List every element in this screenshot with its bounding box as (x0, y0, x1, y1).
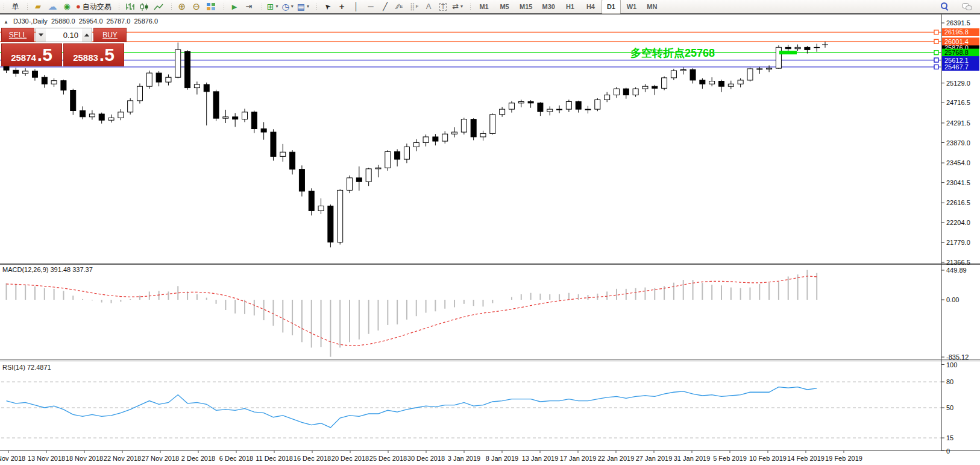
zoom-in-icon[interactable]: ⊕ (175, 1, 189, 12)
auto-trading-button[interactable]: ●自动交易 (74, 1, 113, 12)
volume-input[interactable] (46, 28, 82, 42)
tile-windows-icon[interactable] (204, 1, 218, 12)
add-indicator-icon-glyph: ⊞ (267, 1, 274, 12)
text-icon[interactable]: A (421, 1, 436, 12)
timeframe-m1-label: M1 (479, 1, 488, 12)
line-endpoint-marker[interactable] (934, 51, 938, 55)
collapse-panel-arrow-icon[interactable]: ▲ (4, 19, 8, 25)
bull-candle (242, 112, 248, 119)
fibonacci-icon[interactable]: ⣿F (407, 1, 421, 12)
chat-icon[interactable] (960, 1, 974, 12)
macd-indicator-label: MACD(12,26,9) 391.48 337.37 (2, 266, 93, 273)
sell-button[interactable]: SELL (1, 28, 34, 42)
new-order-button[interactable]: 单 (7, 1, 22, 12)
low-value: 25787.0 (107, 17, 131, 25)
timeframe-m1[interactable]: M1 (474, 0, 494, 14)
bear-candle (538, 103, 543, 112)
chart-shift-icon[interactable]: ⇥ (242, 1, 256, 12)
timeframe-h1[interactable]: H1 (561, 0, 580, 14)
timeframe-group: M1M5M15M30H1H4D1W1MN (466, 0, 664, 13)
buy-price[interactable]: 25883 .5 (63, 43, 124, 66)
timeframe-h4[interactable]: H4 (581, 0, 600, 14)
toolbar-right-group (938, 1, 980, 12)
buy-button[interactable]: BUY (93, 28, 127, 42)
text-label-icon[interactable]: T (436, 1, 450, 12)
toolbar-drag-handle[interactable] (469, 2, 472, 11)
market-cloud-icon[interactable]: ☁ (45, 1, 60, 12)
bull-candle (338, 190, 343, 242)
trendline-icon[interactable]: ╱ (378, 1, 392, 12)
trendline-icon-glyph: ╱ (383, 1, 388, 12)
timeframe-mn[interactable]: MN (642, 0, 662, 14)
price-axis-label: 22204.0 (946, 219, 970, 226)
date-label: 13 Nov 2018 (28, 455, 65, 462)
rsi-axis-label: 80 (946, 378, 953, 385)
timeframe-m30-label: M30 (542, 1, 555, 12)
date-label: 16 Dec 2018 (294, 455, 331, 462)
cursor-icon[interactable]: ➤ (320, 1, 335, 12)
equidistant-channel-icon[interactable]: ∕∕E (392, 1, 407, 12)
price-badge-label: 25768.8 (944, 49, 969, 56)
auto-scroll-icon[interactable]: ▶ (227, 1, 242, 12)
dropdown-caret-icon[interactable]: ▾ (276, 1, 278, 12)
dropdown-caret-icon[interactable]: ▾ (307, 1, 309, 12)
period-icon[interactable]: ◷▾ (280, 1, 295, 12)
date-label: 22 Jan 2019 (598, 455, 635, 462)
zoom-out-icon[interactable]: ⊖ (189, 1, 204, 12)
line-endpoint-marker[interactable] (934, 58, 938, 62)
dropdown-caret-icon[interactable]: ▾ (291, 1, 294, 12)
line-endpoint-marker[interactable] (934, 65, 938, 69)
close-value: 25876.0 (134, 17, 158, 25)
price-axis-label: 24291.5 (946, 119, 970, 127)
template-icon-glyph: ▤ (297, 1, 305, 12)
bear-candle (32, 71, 37, 77)
toolbar-drag-handle[interactable] (222, 2, 225, 11)
add-indicator-icon[interactable]: ⊞▾ (265, 1, 280, 12)
chart-type-group (115, 0, 168, 13)
sell-price[interactable]: 25874 .5 (1, 43, 62, 66)
bar-chart-icon[interactable] (122, 1, 137, 12)
candlestick-chart-icon[interactable] (137, 1, 151, 12)
dropdown-caret-icon[interactable]: ▾ (460, 1, 463, 12)
arrows-icon-glyph: ⇄ (452, 1, 459, 12)
volume-increase-button[interactable] (82, 28, 92, 42)
timeframe-m15[interactable]: M15 (515, 0, 536, 14)
crosshair-icon[interactable]: + (335, 1, 349, 12)
bear-candle (290, 152, 295, 169)
search-icon[interactable] (938, 1, 952, 12)
bull-candle (404, 147, 409, 160)
line-endpoint-marker[interactable] (934, 30, 938, 34)
timeframe-d1[interactable]: D1 (602, 0, 621, 14)
toolbar-drag-handle[interactable] (260, 2, 263, 11)
timeframe-w1-label: W1 (627, 1, 637, 12)
bear-candle (690, 70, 696, 80)
price-axis-label: 25129.0 (946, 80, 970, 87)
bear-candle (233, 117, 238, 119)
service-group: ▰☁◉●自动交易 (24, 0, 115, 13)
toolbar-drag-handle[interactable] (315, 2, 318, 11)
bull-candle (175, 49, 181, 77)
bear-candle (61, 81, 66, 90)
timeframe-m5[interactable]: M5 (495, 0, 514, 14)
template-icon[interactable]: ▤▾ (295, 1, 311, 12)
open-value: 25880.0 (51, 17, 75, 25)
bear-candle (652, 86, 658, 88)
vertical-line-icon[interactable]: │ (349, 1, 363, 12)
market-cloud-icon-glyph: ☁ (48, 1, 57, 12)
chart-profile-icon[interactable]: ▰ (31, 1, 45, 12)
toolbar-drag-handle[interactable] (2, 2, 5, 11)
arrows-icon[interactable]: ⇄▾ (450, 1, 465, 12)
bear-candle (757, 69, 762, 69)
zoom-group: ⊕⊖ (168, 0, 220, 13)
toolbar-drag-handle[interactable] (118, 2, 121, 11)
horizontal-line-icon[interactable]: ─ (363, 1, 378, 12)
timeframe-w1[interactable]: W1 (622, 0, 641, 14)
line-chart-icon[interactable] (151, 1, 166, 12)
volume-decrease-button[interactable] (36, 28, 46, 42)
line-endpoint-marker[interactable] (934, 39, 938, 43)
signal-icon[interactable]: ◉ (60, 1, 74, 12)
toolbar-drag-handle[interactable] (170, 2, 173, 11)
pivot-annotation[interactable]: 多空转折点25768 (630, 46, 715, 60)
timeframe-m30[interactable]: M30 (538, 0, 559, 14)
toolbar-drag-handle[interactable] (26, 2, 29, 11)
